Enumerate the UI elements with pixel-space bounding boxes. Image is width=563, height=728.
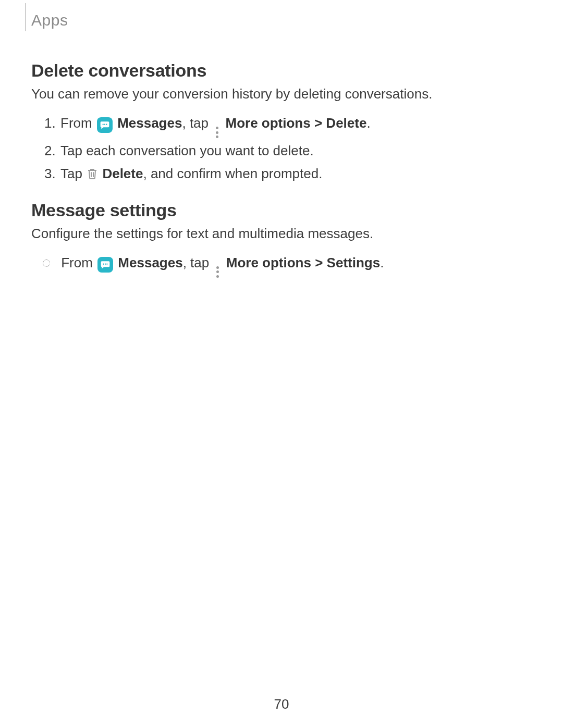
heading-message-settings: Message settings	[31, 200, 532, 220]
step-1: From Messages, tap More options > Delete…	[59, 113, 532, 138]
heading-delete-conversations: Delete conversations	[31, 60, 532, 81]
text-tap: Tap	[60, 166, 86, 181]
text-tap: , tap	[182, 115, 212, 131]
text-tail: , and confirm when prompted.	[143, 166, 322, 181]
messages-icon	[97, 257, 113, 273]
text-messages: Messages	[117, 115, 182, 131]
svg-point-2	[106, 124, 107, 125]
text-from: From	[61, 255, 96, 270]
page-number: 70	[0, 696, 563, 712]
text-gt: >	[311, 115, 326, 131]
more-options-icon	[214, 127, 220, 138]
step-bullet: From Messages, tap More options > Settin…	[42, 252, 532, 278]
body-message-settings: Configure the settings for text and mult…	[31, 225, 532, 243]
text-more-options: More options	[226, 255, 311, 270]
page-header: Apps	[31, 0, 532, 45]
messages-icon	[97, 117, 113, 133]
trash-icon	[86, 167, 99, 180]
text-gt: >	[311, 255, 327, 270]
steps-message-settings: From Messages, tap More options > Settin…	[31, 252, 532, 278]
text-period: .	[380, 255, 384, 270]
text-period: .	[366, 115, 370, 131]
text-from: From	[60, 115, 96, 131]
text-settings: Settings	[327, 255, 381, 270]
step-2: Tap each conversation you want to delete…	[59, 140, 532, 161]
svg-point-0	[102, 124, 103, 125]
breadcrumb: Apps	[31, 11, 532, 29]
text-more-options: More options	[226, 115, 311, 131]
text-messages: Messages	[118, 255, 182, 270]
svg-point-4	[105, 263, 106, 264]
header-rule	[25, 3, 26, 31]
svg-point-3	[103, 263, 104, 264]
body-delete-conversations: You can remove your conversion history b…	[31, 85, 532, 103]
more-options-icon	[215, 266, 221, 278]
step-3: Tap Delete, and confirm when prompted.	[59, 163, 532, 184]
text-delete: Delete	[326, 115, 366, 131]
steps-delete-conversations: From Messages, tap More options > Delete…	[31, 113, 532, 184]
svg-point-5	[106, 263, 107, 264]
text-tap: , tap	[183, 255, 213, 270]
page-root: Apps Delete conversations You can remove…	[0, 0, 563, 728]
dotted-bullet-icon	[43, 260, 50, 267]
svg-point-1	[104, 124, 105, 125]
text-delete: Delete	[102, 166, 143, 181]
